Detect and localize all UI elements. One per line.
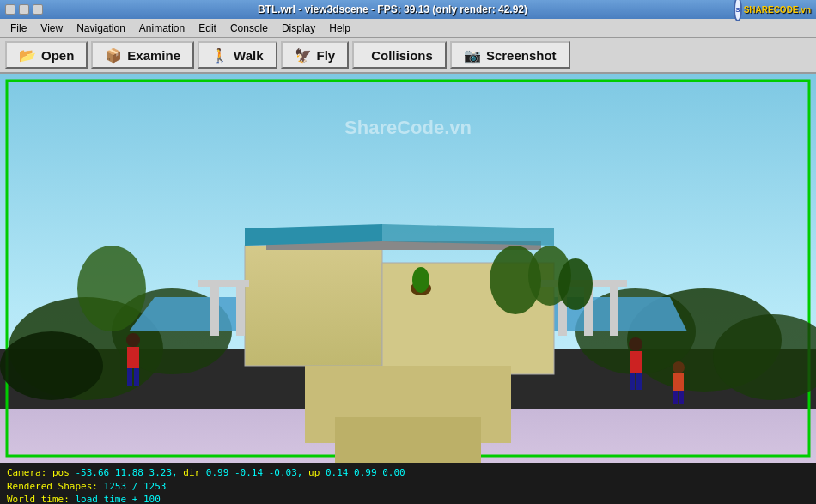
- walk-label: Walk: [234, 48, 263, 63]
- examine-icon: 📦: [105, 47, 122, 64]
- rendered-label: Rendered Shapes:: [7, 481, 98, 492]
- menu-item-animation[interactable]: Animation: [132, 21, 192, 36]
- examine-label: Examine: [127, 48, 180, 63]
- svg-rect-19: [210, 284, 219, 336]
- walk-icon: 🚶: [211, 47, 228, 64]
- svg-rect-24: [198, 280, 249, 287]
- svg-rect-33: [630, 351, 642, 373]
- svg-point-28: [126, 333, 140, 347]
- up-val: 0.14 0.99 0.00: [326, 467, 405, 478]
- statusbar: Camera: pos -53.66 11.88 3.23, dir 0.99 …: [0, 463, 816, 504]
- svg-rect-37: [673, 373, 684, 391]
- menubar: FileViewNavigationAnimationEditConsoleDi…: [0, 19, 816, 38]
- camera-label: Camera: pos: [7, 467, 70, 478]
- window-title: BTL.wrl - view3dscene - FPS: 39.13 (only…: [43, 3, 742, 15]
- close-button[interactable]: [33, 4, 43, 15]
- logo: S SHARECODE.vn: [742, 0, 811, 21]
- svg-point-36: [673, 361, 685, 373]
- toolbar: 📂Open📦Examine🚶Walk🦅FlyCollisions📷Screens…: [0, 38, 816, 74]
- open-button[interactable]: 📂Open: [5, 41, 88, 69]
- examine-button[interactable]: 📦Examine: [91, 41, 194, 69]
- titlebar-controls: [5, 4, 43, 15]
- collisions-button[interactable]: Collisions: [352, 41, 447, 69]
- collisions-label: Collisions: [371, 48, 433, 63]
- rendered-val: 1253 / 1253: [104, 481, 167, 492]
- menu-item-help[interactable]: Help: [322, 21, 357, 36]
- rendered-status: Rendered Shapes: 1253 / 1253: [7, 481, 809, 492]
- svg-rect-35: [636, 373, 642, 390]
- menu-item-view[interactable]: View: [33, 21, 70, 36]
- world-status: World time: load time + 100: [7, 494, 809, 504]
- fly-button[interactable]: 🦅Fly: [281, 41, 350, 69]
- world-val: load time + 100: [75, 494, 160, 504]
- svg-rect-39: [679, 391, 684, 404]
- viewport: ShareCode.vn: [0, 74, 816, 463]
- camera-status: Camera: pos -53.66 11.88 3.23, dir 0.99 …: [7, 467, 809, 478]
- svg-point-27: [412, 267, 429, 293]
- menu-item-console[interactable]: Console: [223, 21, 275, 36]
- fly-label: Fly: [317, 48, 336, 63]
- svg-rect-38: [673, 391, 678, 404]
- maximize-button[interactable]: [19, 4, 29, 15]
- svg-rect-20: [236, 284, 245, 336]
- fly-icon: 🦅: [295, 47, 312, 64]
- scene-3d: [0, 74, 816, 463]
- screenshot-button[interactable]: 📷Screenshot: [450, 41, 570, 69]
- svg-point-42: [558, 258, 593, 310]
- menu-item-display[interactable]: Display: [275, 21, 322, 36]
- svg-rect-29: [127, 347, 139, 368]
- logo-icon: S: [734, 0, 741, 21]
- camera-pos: -53.66 11.88 3.23,: [75, 467, 183, 478]
- dir-label: dir: [183, 467, 200, 478]
- svg-rect-12: [245, 246, 382, 366]
- menu-item-edit[interactable]: Edit: [192, 21, 223, 36]
- walk-button[interactable]: 🚶Walk: [198, 41, 277, 69]
- screenshot-icon: 📷: [464, 47, 481, 64]
- svg-rect-23: [610, 284, 618, 336]
- screenshot-label: Screenshot: [486, 48, 557, 63]
- minimize-button[interactable]: [5, 4, 15, 15]
- menu-item-file[interactable]: File: [3, 21, 33, 36]
- menu-item-navigation[interactable]: Navigation: [70, 21, 132, 36]
- svg-point-32: [629, 337, 642, 351]
- up-label: up: [308, 467, 320, 478]
- svg-rect-34: [630, 373, 635, 390]
- logo-text: SHARECODE.vn: [744, 5, 811, 15]
- titlebar: BTL.wrl - view3dscene - FPS: 39.13 (only…: [0, 0, 816, 19]
- dir-val: 0.99 -0.14 -0.03,: [206, 467, 308, 478]
- svg-rect-18: [335, 417, 481, 463]
- svg-rect-30: [127, 368, 132, 386]
- svg-point-43: [77, 246, 146, 331]
- open-label: Open: [41, 48, 74, 63]
- world-label: World time:: [7, 494, 70, 504]
- svg-point-6: [0, 331, 103, 400]
- open-icon: 📂: [19, 47, 36, 64]
- svg-rect-31: [134, 368, 139, 386]
